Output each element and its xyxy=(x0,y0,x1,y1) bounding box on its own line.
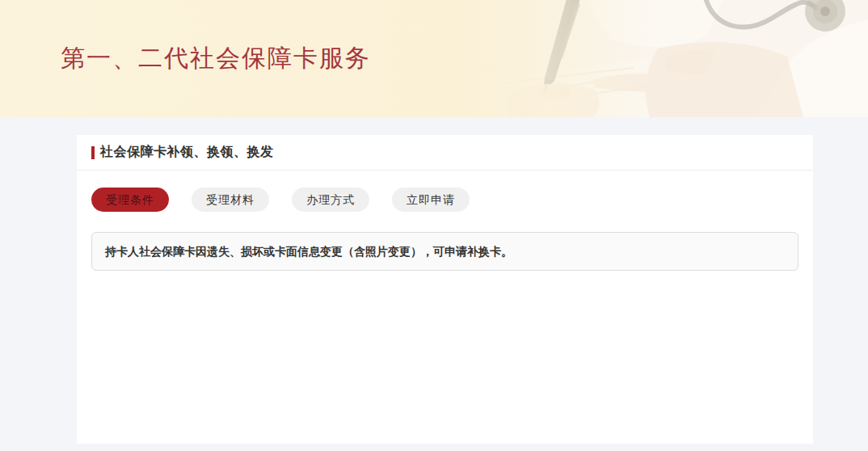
content-text: 持卡人社会保障卡因遗失、损坏或卡面信息变更（含照片变更），可申请补换卡。 xyxy=(105,245,512,258)
tab-item[interactable]: 受理条件 xyxy=(91,188,169,212)
section-title: 社会保障卡补领、换领、换发 xyxy=(100,144,274,161)
service-card: 社会保障卡补领、换领、换发 受理条件受理材料办理方式立即申请 持卡人社会保障卡因… xyxy=(77,135,813,444)
banner: 第一、二代社会保障卡服务 xyxy=(0,0,868,117)
section-marker-bar xyxy=(91,146,95,159)
tab-list: 受理条件受理材料办理方式立即申请 xyxy=(77,188,813,212)
page-title: 第一、二代社会保障卡服务 xyxy=(61,42,371,75)
tab-item[interactable]: 办理方式 xyxy=(292,188,369,212)
banner-photo-doctor-hands xyxy=(464,0,868,117)
tab-item[interactable]: 受理材料 xyxy=(192,188,269,212)
tab-content-panel: 持卡人社会保障卡因遗失、损坏或卡面信息变更（含照片变更），可申请补换卡。 xyxy=(91,232,798,271)
tab-item[interactable]: 立即申请 xyxy=(392,188,470,212)
card-header: 社会保障卡补领、换领、换发 xyxy=(77,135,813,171)
